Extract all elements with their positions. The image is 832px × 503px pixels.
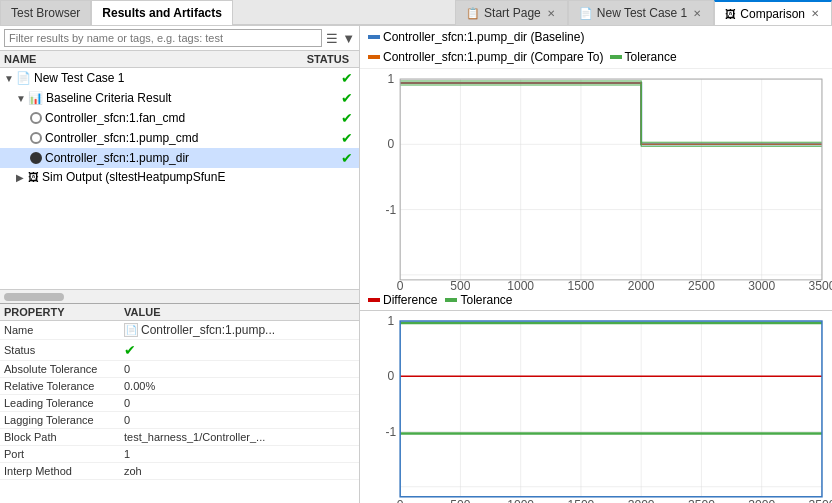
prop-val-rel-tol: 0.00%: [124, 380, 355, 392]
status-check-baseline: ✔: [341, 90, 353, 106]
column-headers: NAME STATUS: [0, 51, 359, 68]
status-check-pump-dir: ✔: [341, 150, 353, 166]
prop-label-interp: Interp Method: [4, 465, 124, 477]
filter-input[interactable]: [4, 29, 322, 47]
radio-pump-cmd[interactable]: [30, 132, 42, 144]
col-status-header: STATUS: [295, 53, 355, 65]
legend-compare: Controller_sfcn:1.pump_dir (Compare To): [368, 50, 604, 64]
tree-row-sim-output[interactable]: ▶ 🖼 Sim Output (sltestHeatpumpSfunE: [0, 168, 359, 186]
prop-label-name: Name: [4, 324, 124, 336]
chart2-container: 1 0 -1 0 500 1000 1500 2000 2500 3000 35…: [360, 310, 832, 503]
radio-fan-cmd[interactable]: [30, 112, 42, 124]
compare-color-swatch: [368, 55, 380, 59]
svg-text:3000: 3000: [748, 498, 775, 503]
tree-row-new-test-case[interactable]: ▼ 📄 New Test Case 1 ✔: [0, 68, 359, 88]
svg-rect-23: [400, 79, 822, 280]
status-check-fan-cmd: ✔: [341, 110, 353, 126]
list-icon[interactable]: ☰: [326, 31, 338, 46]
baseline-legend-label: Controller_sfcn:1.pump_dir (Baseline): [383, 30, 584, 44]
tab-results-artifacts-btn[interactable]: Results and Artifacts: [91, 0, 233, 25]
svg-text:0: 0: [397, 279, 404, 290]
svg-text:3500: 3500: [809, 279, 832, 290]
tree-area[interactable]: ▼ 📄 New Test Case 1 ✔ ▼ 📊 Baseline Crite…: [0, 68, 359, 289]
tree-row-baseline[interactable]: ▼ 📊 Baseline Criteria Result ✔: [0, 88, 359, 108]
prop-row-interp: Interp Method zoh: [0, 463, 359, 480]
results-artifacts-label: Results and Artifacts: [102, 6, 222, 20]
chart1-legend: Controller_sfcn:1.pump_dir (Baseline) Co…: [360, 26, 832, 69]
tol2-color-swatch: [445, 298, 457, 302]
tab-comparison[interactable]: 🖼 Comparison ✕: [714, 0, 832, 25]
radio-pump-dir[interactable]: [30, 152, 42, 164]
filter-icon[interactable]: ▼: [342, 31, 355, 46]
tab-new-test-case[interactable]: 📄 New Test Case 1 ✕: [568, 0, 715, 25]
tab-comparison-close[interactable]: ✕: [809, 8, 821, 19]
left-panel: ☰ ▼ NAME STATUS ▼ 📄 New Test Case 1 ✔ ▼: [0, 26, 360, 503]
tab-start-page-close[interactable]: ✕: [545, 8, 557, 19]
svg-rect-50: [400, 321, 822, 497]
status-new-test-case: ✔: [299, 70, 359, 86]
tab-start-page[interactable]: 📋 Start Page ✕: [455, 0, 568, 25]
tree-row-fan-cmd[interactable]: Controller_sfcn:1.fan_cmd ✔: [0, 108, 359, 128]
svg-text:0: 0: [397, 498, 404, 503]
tab-bar: Test Browser Results and Artifacts 📋 Sta…: [0, 0, 832, 26]
svg-text:1000: 1000: [507, 498, 534, 503]
svg-text:3000: 3000: [748, 279, 775, 290]
toggle-sim-output[interactable]: ▶: [16, 172, 28, 183]
status-check-pump-cmd: ✔: [341, 130, 353, 146]
chart2-svg[interactable]: 1 0 -1 0 500 1000 1500 2000 2500 3000 35…: [360, 311, 832, 503]
name-file-icon: 📄: [124, 323, 138, 337]
svg-text:2500: 2500: [688, 279, 715, 290]
svg-text:2000: 2000: [628, 279, 655, 290]
chart2-legend: Difference Tolerance: [360, 290, 832, 310]
prop-row-rel-tol: Relative Tolerance 0.00%: [0, 378, 359, 395]
main-layout: ☰ ▼ NAME STATUS ▼ 📄 New Test Case 1 ✔ ▼: [0, 26, 832, 503]
prop-row-name: Name 📄 Controller_sfcn:1.pump...: [0, 321, 359, 340]
svg-text:0: 0: [387, 369, 394, 383]
svg-text:1500: 1500: [568, 498, 595, 503]
label-pump-cmd: Controller_sfcn:1.pump_cmd: [45, 131, 299, 145]
prop-row-port: Port 1: [0, 446, 359, 463]
tolerance2-legend-label: Tolerance: [460, 293, 512, 307]
comparison-icon: 🖼: [725, 8, 736, 20]
svg-text:0: 0: [387, 137, 394, 151]
chart-icon: 📊: [28, 91, 43, 105]
svg-text:2000: 2000: [628, 498, 655, 503]
prop-val-block-path: test_harness_1/Controller_...: [124, 431, 355, 443]
sim-icon: 🖼: [28, 171, 39, 183]
tree-row-pump-dir[interactable]: Controller_sfcn:1.pump_dir ✔: [0, 148, 359, 168]
label-pump-dir: Controller_sfcn:1.pump_dir: [45, 151, 299, 165]
prop-row-abs-tol: Absolute Tolerance 0: [0, 361, 359, 378]
prop-label-port: Port: [4, 448, 124, 460]
svg-text:2500: 2500: [688, 498, 715, 503]
toggle-new-test-case[interactable]: ▼: [4, 73, 16, 84]
legend-baseline: Controller_sfcn:1.pump_dir (Baseline): [368, 30, 584, 44]
svg-text:1: 1: [387, 314, 394, 328]
right-panel: Controller_sfcn:1.pump_dir (Baseline) Co…: [360, 26, 832, 503]
status-pump-dir: ✔: [299, 150, 359, 166]
tree-row-pump-cmd[interactable]: Controller_sfcn:1.pump_cmd ✔: [0, 128, 359, 148]
prop-val-abs-tol: 0: [124, 363, 355, 375]
horizontal-scrollbar[interactable]: [0, 289, 359, 303]
tab-new-test-case-close[interactable]: ✕: [691, 8, 703, 19]
prop-row-status: Status ✔: [0, 340, 359, 361]
svg-text:-1: -1: [385, 203, 396, 217]
status-fan-cmd: ✔: [299, 110, 359, 126]
prop-row-lag-tol: Lagging Tolerance 0: [0, 412, 359, 429]
prop-label-status: Status: [4, 344, 124, 356]
status-check-new-test-case: ✔: [341, 70, 353, 86]
toggle-baseline[interactable]: ▼: [16, 93, 28, 104]
prop-val-port: 1: [124, 448, 355, 460]
svg-text:1000: 1000: [507, 279, 534, 290]
legend-tolerance-2: Tolerance: [445, 293, 512, 307]
baseline-color-swatch: [368, 35, 380, 39]
tab-test-browser-btn[interactable]: Test Browser: [0, 0, 91, 25]
svg-text:500: 500: [450, 279, 470, 290]
label-sim-output: Sim Output (sltestHeatpumpSfunE: [42, 170, 299, 184]
label-baseline: Baseline Criteria Result: [46, 91, 299, 105]
chart1-container: 1 0 -1 0 500 1000 1500 2000 2500 3000 35…: [360, 69, 832, 290]
chart1-svg[interactable]: 1 0 -1 0 500 1000 1500 2000 2500 3000 35…: [360, 69, 832, 290]
svg-text:500: 500: [450, 498, 470, 503]
test-browser-label: Test Browser: [11, 6, 80, 20]
prop-label-abs-tol: Absolute Tolerance: [4, 363, 124, 375]
properties-table[interactable]: Name 📄 Controller_sfcn:1.pump... Status …: [0, 321, 359, 503]
